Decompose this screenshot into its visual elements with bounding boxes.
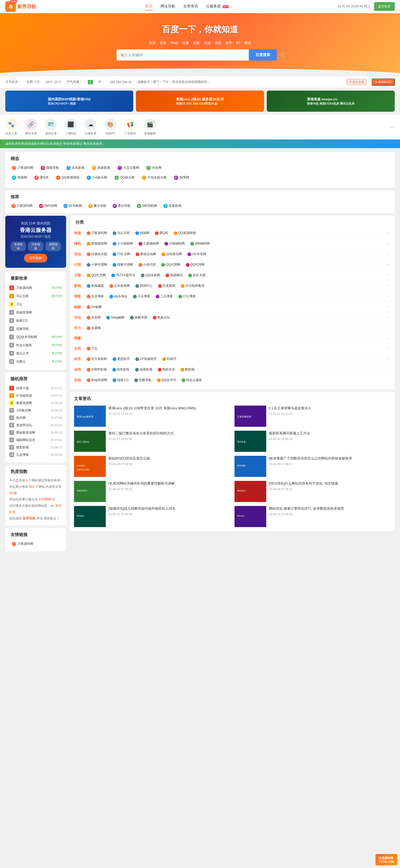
latest-name-7[interactable]: QQ技术导航网 xyxy=(16,335,50,339)
search-help-icon[interactable]: ⓘ xyxy=(280,52,284,58)
cat-link[interactable]: 九步博客 xyxy=(85,293,106,300)
cat-link[interactable]: 铁血论坛 xyxy=(151,314,172,320)
news-item-10[interactable]: 网站优化 网站优化-搜索引擎排名技巧, 收录数据及收录速度 20-06-26 0… xyxy=(234,506,391,527)
latest-name-2[interactable]: 乌云互联 xyxy=(16,294,50,299)
engine-bj[interactable]: BJ xyxy=(236,41,240,45)
cat-link[interactable]: QQ代充网 xyxy=(85,272,108,278)
random-name-9[interactable]: 胧友影视 xyxy=(16,445,48,450)
cat-link[interactable]: 1080P影视 xyxy=(85,367,109,373)
cat-link[interactable]: 456辅助网 xyxy=(188,241,212,247)
news-item-8[interactable]: 网站排名 [SEO优化]什么网站仍然有利于优化, 动态链接 20-06-26 0… xyxy=(234,481,391,502)
latest-tag-1[interactable]: 通过审核 xyxy=(52,286,62,290)
latest-name-4[interactable]: 高端资源网 xyxy=(16,310,62,315)
engine-magi[interactable]: Magi xyxy=(171,41,178,45)
cat-link[interactable]: QQ代理网 xyxy=(159,262,182,268)
latest-tag-8[interactable]: 通过审核 xyxy=(52,343,62,347)
rec-link[interactable]: 刀刀客源码网 xyxy=(9,203,35,209)
quick-icon-tools[interactable]: 🐾 站长工具 xyxy=(5,118,17,135)
cat-link[interactable]: 小七辅助网 xyxy=(111,241,135,247)
random-name-3[interactable]: 番薯资源网 xyxy=(16,401,48,405)
link-item[interactable]: 办办友网 xyxy=(144,164,164,172)
latest-tag-10[interactable]: 通过审核 xyxy=(52,360,62,363)
cat-link[interactable]: 新闻威盟 xyxy=(85,283,106,289)
news-item-5[interactable]: SEO优化按摩长尾关键词 新站的SEO优化应该怎么做 20-06-26 07:0… xyxy=(74,456,231,477)
cat-link[interactable]: 新闻中心 xyxy=(133,283,155,289)
rec-link[interactable]: 追追看影视 xyxy=(161,203,183,209)
cat-link[interactable]: 7573卡盟平台 xyxy=(109,272,138,278)
cat-link[interactable]: Go破解 xyxy=(85,304,104,310)
rec-link[interactable]: 9292导航网 xyxy=(61,203,84,209)
cat-link[interactable]: 优雅导航 xyxy=(132,377,153,383)
cat-link[interactable]: 追看影视 xyxy=(133,367,154,373)
cat-link[interactable]: 爱思助手 xyxy=(111,356,132,362)
nav-item-news[interactable]: 文章资讯 xyxy=(183,3,198,10)
cat-link[interactable]: 小杰代理 xyxy=(136,262,158,268)
latest-name-5[interactable]: 链接111 xyxy=(16,318,62,323)
sidebar-ad-btn[interactable]: 立即抢购 xyxy=(24,254,47,262)
random-name-6[interactable]: 资源帝论坛 xyxy=(16,423,48,428)
more-arrow-helper[interactable]: › xyxy=(385,356,391,361)
cat-link[interactable]: 志菲新闻网 xyxy=(107,283,132,289)
more-arrow-resource[interactable]: › xyxy=(385,230,391,235)
random-name-10[interactable]: 九步博客 xyxy=(16,453,48,457)
rec-link[interactable]: 58580导航网 xyxy=(135,203,159,209)
cat-link[interactable]: QQ代理网 xyxy=(184,262,207,268)
more-arrow-card[interactable]: › xyxy=(385,272,391,278)
latest-name-1[interactable]: 刀客源码网 xyxy=(16,286,50,290)
cat-link[interactable]: 高端资源网 xyxy=(85,377,109,383)
cat-link[interactable]: 行云博客 xyxy=(176,293,198,300)
engine-zhihu[interactable]: 知乎 xyxy=(226,41,232,45)
latest-name-3[interactable]: 刀云 xyxy=(16,302,62,307)
cat-link[interactable]: CF装备助手 xyxy=(133,356,159,362)
link-item[interactable]: QQQ资源情报 xyxy=(53,174,82,181)
link-item[interactable]: 陈陈家影视 xyxy=(89,164,113,172)
cat-link[interactable]: QQ技术导 xyxy=(155,377,178,383)
latest-tag-7[interactable]: 通过审核 xyxy=(52,335,62,339)
cat-link[interactable]: UU羊毛网 xyxy=(185,251,208,257)
more-arrow-earn[interactable]: › xyxy=(385,336,391,341)
rec-link[interactable]: 魔魔云导航 xyxy=(86,203,108,209)
stats-link[interactable]: 👀 看看影视 xyxy=(9,504,62,514)
quick-icon-urls[interactable]: 🔗 网址宝库 xyxy=(25,118,37,135)
cat-link[interactable]: 小梦代理网 xyxy=(85,262,109,268)
link-item[interactable]: 刀刀客源码网 xyxy=(9,164,36,172)
engine-tencent[interactable]: 腾讯 xyxy=(244,41,251,45)
cat-link[interactable]: 小乐博客 xyxy=(131,293,152,300)
link-item[interactable]: 友友友影视 xyxy=(64,164,87,172)
engine-baidu[interactable]: 百度 xyxy=(149,41,156,45)
news-item-6[interactable]: 网站地图 [收录量最广个招数告诉你怎么让你网站内容快速被收录 20-06-26 … xyxy=(234,456,391,477)
link-item[interactable]: 线线报网 xyxy=(9,174,30,181)
quick-icon-qr[interactable]: ⬛ 二维码生 xyxy=(65,118,77,135)
cat-link[interactable]: 业霸哦 xyxy=(85,325,103,331)
cat-link[interactable]: 线报网 xyxy=(133,230,151,236)
more-arrow-crack[interactable]: › xyxy=(385,304,391,309)
link-item[interactable]: 新新秀网 xyxy=(171,174,192,181)
engine-huaban[interactable]: 花瓣 xyxy=(182,41,189,45)
random-name-2[interactable]: 叮当磁资源 xyxy=(16,394,48,398)
more-arrow-blog[interactable]: › xyxy=(385,293,391,299)
feedback-button[interactable]: ⊘ 提交反馈 xyxy=(347,79,366,85)
more-arrow-forum[interactable]: › xyxy=(385,314,391,320)
engine-google[interactable]: 谷歌 xyxy=(160,41,167,45)
cat-link[interactable]: 恒达云服务 xyxy=(179,377,204,383)
link-item[interactable]: 小小A娱乐网 xyxy=(84,174,110,181)
cat-link[interactable]: 番茄活动网 xyxy=(134,251,158,257)
latest-tag-2[interactable]: 通过审核 xyxy=(52,294,62,298)
cat-link[interactable]: 七度辅助网 xyxy=(136,241,161,247)
cat-link[interactable]: 熊猫辅助网 xyxy=(85,241,109,247)
news-item-1[interactable]: 香港cera服务器 香港cera 1核1G 10M带宽仅需 10月 美国cera… xyxy=(74,406,231,427)
cat-link[interactable]: 77生活网 xyxy=(111,251,132,257)
cat-link[interactable]: 破解帝国 xyxy=(128,314,149,320)
cat-link[interactable]: 小喵辅助网 xyxy=(162,241,187,247)
submit-button[interactable]: 提交收录 xyxy=(374,2,395,11)
cat-link[interactable]: 天天有新鲜 xyxy=(85,356,109,362)
ad-banner-1[interactable]: 国内高防BGP线路/香港CN2 双向CN2+BGP / 线路 xyxy=(5,91,133,112)
friend-link-item-1[interactable]: 刀 刀客源码网 xyxy=(9,540,62,548)
more-arrow-assist[interactable]: › xyxy=(385,241,391,246)
ad-banner-3[interactable]: 香港高速 wuvps.cn 香港专线 美国CERA机房 腾讯云机房 xyxy=(267,91,395,112)
quick-icon-cloud[interactable]: ☁ 云服务器 xyxy=(85,118,96,135)
cat-link[interactable]: 我要代理网 xyxy=(111,262,135,268)
more-arrow-news[interactable]: › xyxy=(385,283,391,288)
news-item-9[interactable]: 网站建设 [链接优化]这几招教你如何做外链轻松上排名 20-06-26 07:0… xyxy=(74,506,231,527)
cat-link[interactable]: 淘源网信 xyxy=(163,272,185,278)
